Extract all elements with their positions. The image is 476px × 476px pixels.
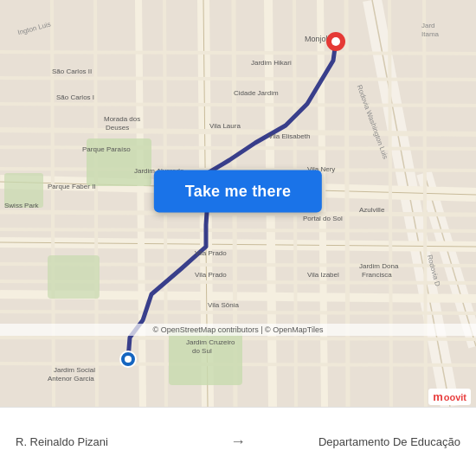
map-attribution: © OpenStreetMap contributors | © OpenMap… xyxy=(0,324,476,336)
svg-text:São Carlos I: São Carlos I xyxy=(56,93,94,101)
svg-line-33 xyxy=(346,0,348,407)
svg-text:Jardim Cruzeiro: Jardim Cruzeiro xyxy=(186,338,235,346)
origin-label: R. Reinaldo Pizani xyxy=(16,435,220,448)
moovit-m-letter: m xyxy=(433,390,443,403)
svg-text:Vila Sônia: Vila Sônia xyxy=(208,301,239,309)
map-view: Monjolinho Jardim Hikari Cidade Jardim S… xyxy=(0,0,476,407)
svg-line-19 xyxy=(0,229,476,231)
svg-text:Antenor Garcia: Antenor Garcia xyxy=(48,375,94,383)
svg-text:Vila Prado: Vila Prado xyxy=(195,271,227,279)
destination-label: Departamento De Educação xyxy=(256,435,460,448)
svg-text:Jard: Jard xyxy=(421,22,435,29)
svg-rect-37 xyxy=(169,329,242,385)
svg-point-72 xyxy=(331,37,340,46)
svg-point-74 xyxy=(125,356,132,363)
svg-line-22 xyxy=(0,312,476,313)
svg-text:Vila Izabel: Vila Izabel xyxy=(307,271,339,279)
svg-line-34 xyxy=(389,0,391,407)
svg-line-14 xyxy=(138,0,143,407)
svg-text:Itama: Itama xyxy=(421,30,440,38)
svg-text:Jardim Social: Jardim Social xyxy=(54,366,95,374)
moovit-logo: m oovit xyxy=(428,389,471,405)
svg-line-16 xyxy=(0,147,476,149)
svg-text:São Carlos II: São Carlos II xyxy=(52,68,92,75)
svg-line-28 xyxy=(52,0,54,407)
svg-text:Deuses: Deuses xyxy=(106,124,129,132)
svg-text:Parque Paraíso: Parque Paraíso xyxy=(82,145,131,153)
svg-line-18 xyxy=(0,212,476,215)
svg-text:Jardim Hikari: Jardim Hikari xyxy=(251,59,292,67)
svg-text:Jardim Dona: Jardim Dona xyxy=(359,262,399,270)
moovit-text: oovit xyxy=(444,392,466,402)
svg-text:Francisca: Francisca xyxy=(362,271,392,279)
svg-line-35 xyxy=(424,0,426,407)
svg-text:Vila Laura: Vila Laura xyxy=(209,122,241,130)
svg-rect-38 xyxy=(48,255,100,299)
svg-text:Portal do Sol: Portal do Sol xyxy=(303,215,343,222)
svg-text:Swiss Park: Swiss Park xyxy=(4,202,40,209)
svg-line-27 xyxy=(0,104,476,106)
svg-text:Azulville: Azulville xyxy=(359,206,385,214)
svg-text:Parque Faber II: Parque Faber II xyxy=(48,183,96,190)
svg-text:Morada dos: Morada dos xyxy=(104,115,140,123)
svg-line-25 xyxy=(0,52,476,54)
svg-text:Vila Prado: Vila Prado xyxy=(195,249,227,257)
svg-line-26 xyxy=(0,78,476,80)
take-me-there-button[interactable]: Take me there xyxy=(154,170,322,212)
svg-text:do Sul: do Sul xyxy=(192,347,212,355)
bottom-bar: R. Reinaldo Pizani → Departamento De Edu… xyxy=(0,407,476,476)
arrow-icon: → xyxy=(230,433,246,451)
svg-text:Vila Elisabeth: Vila Elisabeth xyxy=(268,132,310,140)
svg-line-29 xyxy=(95,0,97,407)
svg-text:Cidade Jardim: Cidade Jardim xyxy=(234,89,279,97)
